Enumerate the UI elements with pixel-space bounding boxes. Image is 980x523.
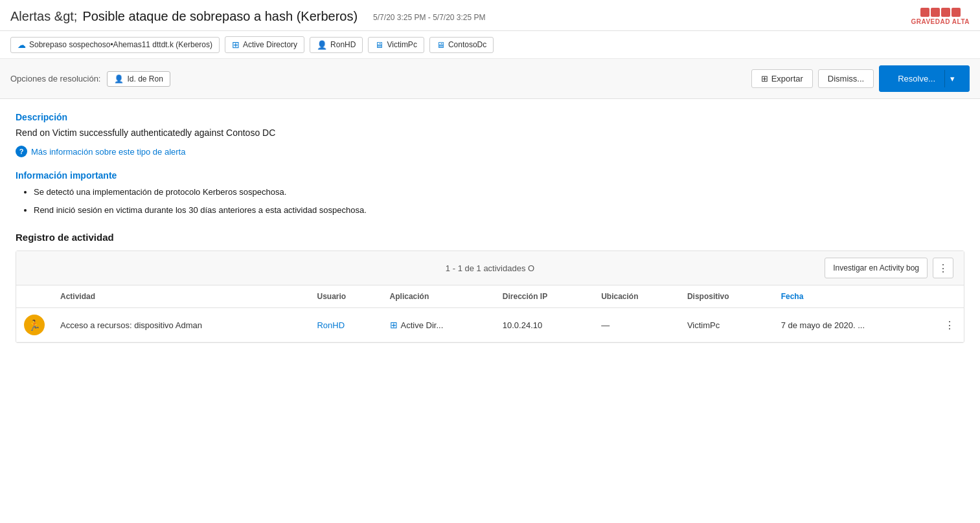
row-location: — [593,308,679,342]
th-ip: Dirección IP [495,285,593,308]
tag-sobrepaso[interactable]: ☁ Sobrepaso sospechoso•Ahemas11 dttdt.k … [10,37,220,53]
severity-badge: GRAVEDAD ALTA [911,8,970,25]
row-menu-button[interactable]: ⋮ [943,317,956,333]
table-container: 1 - 1 de 1 actividades O Investigar en A… [16,250,964,343]
app-label: Active Dir... [401,320,444,330]
table-toolbar: 1 - 1 de 1 actividades O Investigar en A… [16,251,964,285]
tag-victimpc-label: VictimPc [387,40,416,49]
row-user[interactable]: RonHD [309,308,382,342]
severity-text: GRAVEDAD ALTA [911,18,970,25]
severity-icon [920,8,961,17]
activity-title: Registro de actividad [16,232,964,243]
export-button[interactable]: ⊞ Exportar [751,69,813,88]
page-header: Alertas &gt; Posible ataque de sobrepaso… [0,0,980,31]
description-title: Descripción [16,112,964,122]
tag-ronhd-label: RonHD [330,40,356,49]
action-left: Opciones de resolución: 👤 Id. de Ron [10,71,170,87]
table-row: 🏃 Acceso a recursos: dispositivo Adman R… [16,308,964,342]
table-count: 1 - 1 de 1 actividades O [446,263,534,273]
table-body: 🏃 Acceso a recursos: dispositivo Adman R… [16,308,964,342]
more-info-link[interactable]: ? Más información sobre este tipo de ale… [16,146,964,157]
severity-block-2 [931,8,940,17]
tag-active-directory[interactable]: ⊞ Active Directory [225,36,304,53]
main-content: Descripción Rend on Victim successfully … [0,99,980,356]
th-actividad: Actividad [52,285,309,308]
th-fecha: Fecha [773,285,935,308]
row-menu-cell: ⋮ [935,308,964,342]
activity-icon: 🏃 [24,315,45,335]
th-dispositivo: Dispositivo [679,285,773,308]
severity-block-1 [920,8,929,17]
user-icon: 👤 [317,40,327,50]
export-icon: ⊞ [761,74,768,83]
activity-section: Registro de actividad 1 - 1 de 1 activid… [16,232,964,343]
tag-ronhd[interactable]: 👤 RonHD [310,37,363,53]
more-info-label: Más información sobre este tipo de alert… [31,147,185,157]
tag-ad-label: Active Directory [243,40,297,49]
th-icon [16,285,52,308]
windows-icon: ⊞ [232,39,240,50]
severity-block-4 [952,8,961,17]
activity-table: Actividad Usuario Aplicación Dirección I… [16,285,964,342]
th-ubicacion: Ubicación [593,285,679,308]
more-dots-icon: ⋮ [938,262,948,274]
tags-bar: ☁ Sobrepaso sospechoso•Ahemas11 dttdt.k … [0,31,980,59]
bullet-item-1: Se detectó una implementación de protoco… [34,186,964,199]
th-actions [935,285,964,308]
tag-victimpc[interactable]: 🖥 VictimPc [368,37,424,53]
tag-contosodc[interactable]: 🖥 ContosoDc [429,37,494,53]
description-section: Descripción Rend on Victim successfully … [16,112,964,157]
resolve-button-main[interactable]: Resolve... [889,70,945,87]
th-usuario: Usuario [309,285,382,308]
action-bar: Opciones de resolución: 👤 Id. de Ron ⊞ E… [0,59,980,99]
dismiss-button[interactable]: Dismiss... [818,69,874,88]
table-actions: Investigar en Activity bog ⋮ [534,258,953,278]
row-icon-cell: 🏃 [16,308,52,342]
th-aplicacion: Aplicación [382,285,495,308]
tag-sobrepaso-label: Sobrepaso sospechoso•Ahemas11 dttdt.k (K… [29,40,212,49]
header-left: Alertas &gt; Posible ataque de sobrepaso… [10,9,486,24]
resolve-button-group[interactable]: Resolve... ▾ [879,65,970,92]
time-range: 5/7/20 3:25 PM - 5/7/20 3:25 PM [373,13,485,24]
row-ip: 10.0.24.10 [495,308,593,342]
id-tag[interactable]: 👤 Id. de Ron [107,71,170,87]
table-header-row: Actividad Usuario Aplicación Dirección I… [16,285,964,308]
action-right: ⊞ Exportar Dismiss... Resolve... ▾ [751,65,970,92]
resolution-label: Opciones de resolución: [10,74,100,83]
windows-app-icon: ⊞ [390,320,398,330]
bullet-list: Se detectó una implementación de protoco… [16,186,964,216]
app-cell: ⊞ Active Dir... [390,320,487,330]
important-title: Información importante [16,170,964,181]
row-activity: Acceso a recursos: dispositivo Adman [52,308,309,342]
investigate-button[interactable]: Investigar en Activity bog [825,258,928,278]
user-small-icon: 👤 [114,74,124,83]
row-app: ⊞ Active Dir... [382,308,495,342]
monitor-icon-2: 🖥 [437,40,445,50]
runner-icon: 🏃 [28,319,41,331]
id-tag-label: Id. de Ron [127,74,163,83]
more-actions-button[interactable]: ⋮ [933,258,953,278]
resolve-button-dropdown[interactable]: ▾ [945,70,960,87]
bullet-item-2: Rend inició sesión en victima durante lo… [34,204,964,217]
page-title: Posible ataque de sobrepaso a hash (Kerb… [82,9,358,24]
monitor-icon: 🖥 [375,40,383,50]
tag-contosodc-label: ContosoDc [448,40,486,49]
cloud-icon: ☁ [17,40,26,50]
info-icon: ? [16,146,27,157]
important-section: Información importante Se detectó una im… [16,170,964,216]
table-header: Actividad Usuario Aplicación Dirección I… [16,285,964,308]
row-device: VictimPc [679,308,773,342]
row-date: 7 de mayo de 2020. ... [773,308,935,342]
breadcrumb[interactable]: Alertas &gt; [10,9,77,24]
severity-block-3 [941,8,950,17]
description-text: Rend on Victim successfully authenticate… [16,128,964,138]
